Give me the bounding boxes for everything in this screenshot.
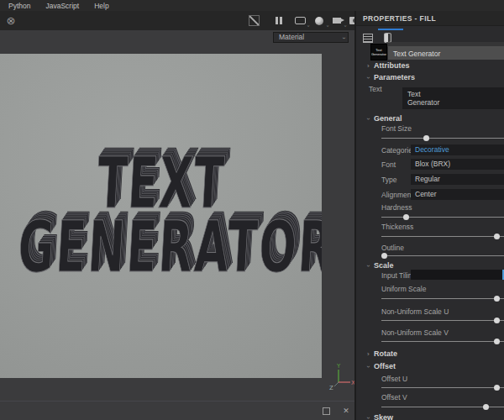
text-param-label: Text: [369, 85, 382, 93]
categorie-dropdown[interactable]: Decorative: [411, 144, 504, 155]
properties-panel: PROPERTIES - FILL Text Generator Text Ge…: [356, 11, 504, 420]
tab-properties[interactable]: [361, 32, 375, 44]
properties-grid-icon: [363, 34, 373, 43]
chevron-down-icon: [367, 262, 374, 270]
slider-track: [381, 387, 504, 388]
slider-handle[interactable]: [423, 135, 429, 141]
pause-icon[interactable]: [269, 13, 284, 28]
slider-track: [381, 255, 504, 256]
slider-handle[interactable]: [381, 253, 387, 259]
sync-disabled-icon[interactable]: [246, 13, 261, 28]
slider-handle[interactable]: [494, 318, 500, 323]
outline-slider[interactable]: [381, 252, 504, 260]
slider-handle[interactable]: [494, 234, 500, 239]
divider: [356, 25, 504, 26]
slider-track: [381, 138, 504, 139]
section-general-label: General: [374, 114, 402, 123]
slider-handle[interactable]: [494, 385, 500, 391]
chevron-down-icon: [343, 34, 344, 43]
panel-title: PROPERTIES - FILL: [363, 14, 436, 23]
active-tab-indicator: [378, 29, 403, 30]
material-dropdown[interactable]: Material: [273, 32, 349, 43]
app-window: Python JavaScript Help Material TEXT GEN…: [0, 0, 504, 420]
alignment-dropdown[interactable]: Center: [411, 189, 504, 200]
section-scale[interactable]: Scale: [367, 261, 394, 270]
node-thumbnail[interactable]: Text Generator: [370, 44, 387, 60]
menu-python[interactable]: Python: [8, 2, 30, 10]
selected-node-row[interactable]: Text Generator: [388, 46, 504, 60]
menu-help[interactable]: Help: [94, 2, 108, 10]
font-label: Font: [381, 160, 396, 169]
slider-handle[interactable]: [494, 296, 500, 302]
restore-window-button[interactable]: [323, 407, 330, 415]
type-label: Type: [381, 176, 396, 184]
section-attributes-label: Attributes: [374, 61, 410, 70]
slider-handle[interactable]: [483, 404, 489, 410]
section-skew-label: Skew: [374, 413, 393, 420]
non-uniform-scale-u-slider[interactable]: [381, 317, 504, 324]
section-offset-label: Offset: [374, 362, 396, 370]
uniform-scale-slider[interactable]: [381, 295, 504, 302]
history-circle-icon[interactable]: [3, 13, 18, 28]
thickness-slider[interactable]: [381, 233, 504, 240]
slider-handle[interactable]: [494, 339, 500, 344]
voxel-text-line2: GENERATOR: [16, 212, 322, 282]
non-uniform-scale-v-slider[interactable]: [381, 338, 504, 345]
chevron-down-icon: [367, 363, 374, 370]
menu-javascript[interactable]: JavaScript: [45, 2, 79, 10]
slider-handle[interactable]: [403, 214, 409, 220]
slider-track: [381, 341, 504, 342]
section-scale-label: Scale: [374, 261, 394, 270]
axis-gizmo: Y X Z: [328, 363, 354, 391]
axis-y-label: Y: [336, 363, 341, 370]
section-offset[interactable]: Offset: [367, 362, 396, 370]
panel-divider: [0, 401, 354, 402]
categorie-label: Categorie: [381, 146, 412, 155]
text-param-input[interactable]: Text Generator: [402, 87, 504, 109]
close-panel-button[interactable]: [341, 406, 351, 416]
input-tiling-field[interactable]: [411, 270, 504, 280]
non-uniform-scale-v-label: Non-Uniform Scale V: [381, 328, 449, 337]
section-attributes[interactable]: Attributes: [367, 61, 410, 70]
thickness-label: Thickenss: [381, 223, 413, 231]
slider-track: [381, 217, 504, 218]
section-parameters[interactable]: Parameters: [367, 73, 415, 81]
outline-label: Outline: [381, 244, 404, 252]
slider-track: [381, 298, 504, 299]
section-rotate[interactable]: Rotate: [367, 349, 397, 358]
display-mode-icon[interactable]: [292, 13, 307, 28]
slider-track: [381, 236, 504, 237]
node-name: Text Generator: [393, 50, 440, 58]
texture-canvas[interactable]: TEXT GENERATOR: [0, 54, 322, 378]
2d-viewport[interactable]: Material TEXT GENERATOR Y X Z: [0, 30, 354, 420]
menu-bar: Python JavaScript Help: [0, 0, 504, 11]
uniform-scale-label: Uniform Scale: [381, 285, 426, 293]
section-general[interactable]: General: [367, 114, 402, 123]
chevron-down-icon: [308, 24, 310, 29]
chevron-down-icon: [367, 74, 374, 81]
type-dropdown[interactable]: Regular: [411, 174, 504, 185]
section-skew[interactable]: Skew: [367, 413, 393, 420]
font-size-label: Font Size: [381, 124, 412, 133]
camera-view-icon[interactable]: [329, 13, 344, 28]
hardness-slider[interactable]: [381, 213, 504, 221]
material-dropdown-label: Material: [279, 33, 304, 41]
chevron-right-icon: [367, 350, 374, 358]
offset-v-slider[interactable]: [381, 403, 504, 411]
chevron-down-icon: [367, 115, 374, 123]
hardness-label: Hardness: [381, 203, 412, 212]
axis-z-label: Z: [329, 385, 333, 391]
material-ball-icon[interactable]: [312, 13, 327, 28]
section-parameters-label: Parameters: [374, 73, 415, 81]
chevron-down-icon: [367, 414, 374, 420]
slider-track: [381, 320, 504, 321]
chevron-right-icon: [367, 62, 374, 70]
alignment-label: Alignment: [381, 191, 413, 199]
font-size-slider[interactable]: [381, 134, 504, 142]
non-uniform-scale-u-label: Non-Uniform Scale U: [381, 307, 449, 316]
font-dropdown[interactable]: Blox (BRX): [411, 159, 504, 170]
offset-v-label: Offset V: [381, 393, 407, 402]
offset-u-slider[interactable]: [381, 384, 504, 391]
section-rotate-label: Rotate: [374, 349, 397, 358]
offset-u-label: Offset U: [381, 375, 407, 383]
